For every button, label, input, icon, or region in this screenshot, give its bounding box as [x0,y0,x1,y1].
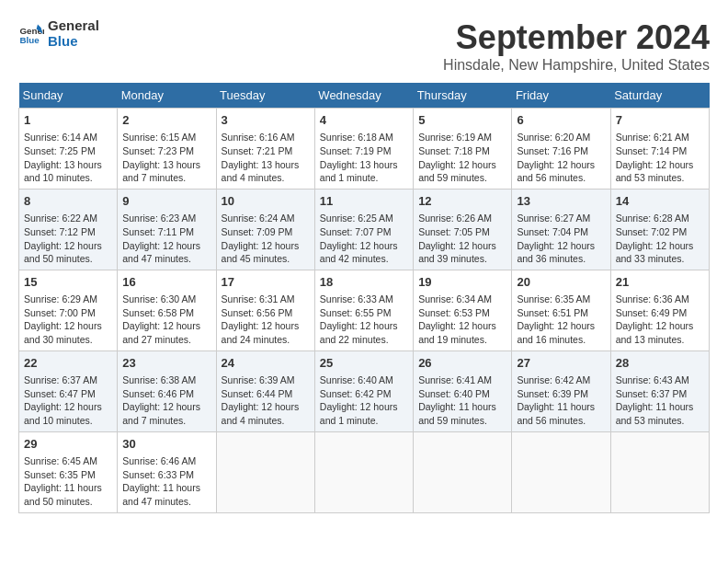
sunset-text: Sunset: 6:46 PM [122,387,210,401]
sunset-text: Sunset: 7:19 PM [320,144,408,158]
daylight-text: Daylight: 13 hours and 1 minute. [320,158,408,185]
table-row [512,431,610,512]
day-number: 23 [122,355,210,372]
day-number: 17 [222,274,310,291]
sunset-text: Sunset: 6:51 PM [517,306,605,320]
sunrise-text: Sunrise: 6:39 AM [222,373,310,387]
calendar-header-row: SundayMondayTuesdayWednesdayThursdayFrid… [19,83,710,109]
calendar-week-row: 22Sunrise: 6:37 AMSunset: 6:47 PMDayligh… [19,350,710,431]
sunset-text: Sunset: 6:39 PM [517,387,605,401]
sunrise-text: Sunrise: 6:45 AM [24,454,112,468]
logo-blue: Blue [48,34,99,50]
sunrise-text: Sunrise: 6:21 AM [616,131,704,144]
sunset-text: Sunset: 6:42 PM [320,387,408,401]
day-number: 8 [24,193,112,210]
table-row [314,431,413,512]
daylight-text: Daylight: 12 hours and 7 minutes. [122,400,210,427]
day-number: 5 [418,112,506,129]
day-number: 2 [122,112,210,129]
sunset-text: Sunset: 6:47 PM [24,387,112,401]
day-number: 30 [122,436,210,453]
table-row: 24Sunrise: 6:39 AMSunset: 6:44 PMDayligh… [216,350,314,431]
header: General Blue General Blue September 2024… [18,18,710,74]
sunrise-text: Sunrise: 6:22 AM [24,212,112,225]
sunrise-text: Sunrise: 6:30 AM [122,293,210,306]
sunrise-text: Sunrise: 6:35 AM [517,293,605,306]
calendar-header-sunday: Sunday [19,83,118,109]
sunset-text: Sunset: 7:07 PM [320,225,408,239]
day-number: 1 [24,112,112,129]
day-number: 15 [24,274,112,291]
day-number: 11 [320,193,408,210]
sunrise-text: Sunrise: 6:29 AM [24,293,112,306]
day-number: 6 [517,112,605,129]
sunrise-text: Sunrise: 6:31 AM [222,293,310,306]
sunset-text: Sunset: 7:12 PM [24,225,112,239]
calendar-header-thursday: Thursday [414,83,512,109]
sunset-text: Sunset: 6:56 PM [222,306,310,320]
table-row: 13Sunrise: 6:27 AMSunset: 7:04 PMDayligh… [512,189,610,270]
day-number: 18 [320,274,408,291]
day-number: 25 [320,355,408,372]
sunset-text: Sunset: 6:40 PM [418,387,506,401]
daylight-text: Daylight: 12 hours and 56 minutes. [517,158,605,185]
daylight-text: Daylight: 13 hours and 7 minutes. [122,158,210,185]
daylight-text: Daylight: 12 hours and 24 minutes. [222,319,310,346]
table-row: 30Sunrise: 6:46 AMSunset: 6:33 PMDayligh… [118,431,216,512]
sunset-text: Sunset: 6:33 PM [122,468,210,482]
sunrise-text: Sunrise: 6:15 AM [122,131,210,144]
sunrise-text: Sunrise: 6:18 AM [320,131,408,144]
daylight-text: Daylight: 12 hours and 10 minutes. [24,400,112,427]
sunset-text: Sunset: 7:04 PM [517,225,605,239]
daylight-text: Daylight: 12 hours and 45 minutes. [222,239,310,266]
day-number: 9 [122,193,210,210]
daylight-text: Daylight: 12 hours and 59 minutes. [418,158,506,185]
table-row: 11Sunrise: 6:25 AMSunset: 7:07 PMDayligh… [314,189,413,270]
sunrise-text: Sunrise: 6:24 AM [222,212,310,225]
daylight-text: Daylight: 12 hours and 4 minutes. [222,400,310,427]
day-number: 7 [616,112,704,129]
daylight-text: Daylight: 12 hours and 16 minutes. [517,319,605,346]
sunrise-text: Sunrise: 6:38 AM [122,373,210,387]
daylight-text: Daylight: 12 hours and 47 minutes. [122,239,210,266]
table-row [216,431,314,512]
sunrise-text: Sunrise: 6:23 AM [122,212,210,225]
sunset-text: Sunset: 6:35 PM [24,468,112,482]
daylight-text: Daylight: 13 hours and 4 minutes. [222,158,310,185]
table-row: 14Sunrise: 6:28 AMSunset: 7:02 PMDayligh… [610,189,709,270]
calendar-table: SundayMondayTuesdayWednesdayThursdayFrid… [18,83,710,513]
table-row: 29Sunrise: 6:45 AMSunset: 6:35 PMDayligh… [19,431,118,512]
daylight-text: Daylight: 11 hours and 50 minutes. [24,481,112,508]
sunset-text: Sunset: 7:16 PM [517,144,605,158]
sunset-text: Sunset: 7:00 PM [24,306,112,320]
sunrise-text: Sunrise: 6:36 AM [616,293,704,306]
day-number: 24 [222,355,310,372]
daylight-text: Daylight: 12 hours and 39 minutes. [418,239,506,266]
day-number: 12 [418,193,506,210]
sunrise-text: Sunrise: 6:37 AM [24,373,112,387]
table-row: 5Sunrise: 6:19 AMSunset: 7:18 PMDaylight… [414,109,512,190]
sunset-text: Sunset: 6:37 PM [616,387,704,401]
daylight-text: Daylight: 12 hours and 53 minutes. [616,158,704,185]
sunset-text: Sunset: 6:49 PM [616,306,704,320]
daylight-text: Daylight: 12 hours and 33 minutes. [616,239,704,266]
day-number: 21 [616,274,704,291]
day-number: 4 [320,112,408,129]
table-row: 10Sunrise: 6:24 AMSunset: 7:09 PMDayligh… [216,189,314,270]
daylight-text: Daylight: 12 hours and 19 minutes. [418,319,506,346]
daylight-text: Daylight: 12 hours and 1 minute. [320,400,408,427]
sunset-text: Sunset: 7:25 PM [24,144,112,158]
day-number: 10 [222,193,310,210]
calendar-week-row: 1Sunrise: 6:14 AMSunset: 7:25 PMDaylight… [19,109,710,190]
table-row: 19Sunrise: 6:34 AMSunset: 6:53 PMDayligh… [414,270,512,350]
logo: General Blue General Blue [18,18,99,49]
sunset-text: Sunset: 7:23 PM [122,144,210,158]
table-row: 9Sunrise: 6:23 AMSunset: 7:11 PMDaylight… [118,189,216,270]
sunrise-text: Sunrise: 6:25 AM [320,212,408,225]
table-row: 6Sunrise: 6:20 AMSunset: 7:16 PMDaylight… [512,109,610,190]
table-row: 3Sunrise: 6:16 AMSunset: 7:21 PMDaylight… [216,109,314,190]
logo-icon: General Blue [18,21,44,47]
table-row: 20Sunrise: 6:35 AMSunset: 6:51 PMDayligh… [512,270,610,350]
sunrise-text: Sunrise: 6:28 AM [616,212,704,225]
daylight-text: Daylight: 12 hours and 50 minutes. [24,239,112,266]
